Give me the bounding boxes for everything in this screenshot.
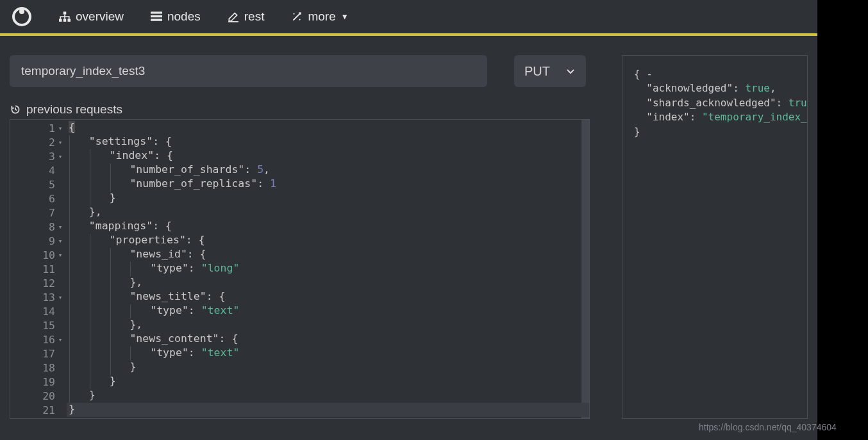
svg-rect-8	[151, 19, 162, 20]
svg-rect-4	[63, 19, 67, 22]
previous-requests-link[interactable]: previous requests	[10, 102, 590, 117]
svg-rect-5	[68, 19, 71, 22]
caret-down-icon: ▼	[341, 12, 349, 21]
nav-nodes[interactable]: nodes	[151, 10, 201, 24]
svg-point-1	[19, 9, 24, 14]
editor-gutter: 1▾2▾3▾45678▾9▾10▾111213▾141516▾171819202…	[10, 120, 67, 418]
navbar: overview nodes rest more ▼	[0, 0, 817, 33]
nav-label: overview	[76, 10, 124, 24]
nav-more[interactable]: more ▼	[291, 10, 348, 24]
nav-label: nodes	[167, 10, 201, 24]
sitemap-icon	[59, 11, 71, 22]
chevron-down-icon	[565, 66, 576, 76]
request-body-editor[interactable]: 1▾2▾3▾45678▾9▾10▾111213▾141516▾171819202…	[10, 119, 590, 419]
magic-icon	[291, 11, 303, 22]
editor-code-area[interactable]: { "settings": { "index": { "number_of_sh…	[67, 120, 589, 418]
svg-rect-6	[151, 12, 162, 13]
app-logo[interactable]	[12, 6, 32, 27]
method-value: PUT	[524, 64, 550, 79]
history-icon	[10, 104, 21, 115]
svg-rect-3	[59, 19, 62, 22]
response-panel: { - "acknowledged": true, "shards_acknow…	[622, 55, 808, 419]
previous-requests-label: previous requests	[26, 102, 122, 117]
watermark-text: https://blog.csdn.net/qq_40374604	[699, 422, 817, 432]
svg-point-9	[294, 13, 295, 14]
nav-rest[interactable]: rest	[228, 10, 265, 24]
svg-rect-2	[63, 12, 67, 15]
edit-icon	[228, 11, 239, 22]
http-method-select[interactable]: PUT	[514, 55, 586, 87]
path-input[interactable]	[10, 55, 487, 87]
nav-label: rest	[244, 10, 265, 24]
nav-label: more	[308, 10, 335, 24]
svg-point-10	[299, 19, 301, 20]
svg-rect-7	[151, 15, 162, 17]
list-icon	[151, 11, 162, 22]
nav-overview[interactable]: overview	[59, 10, 124, 24]
